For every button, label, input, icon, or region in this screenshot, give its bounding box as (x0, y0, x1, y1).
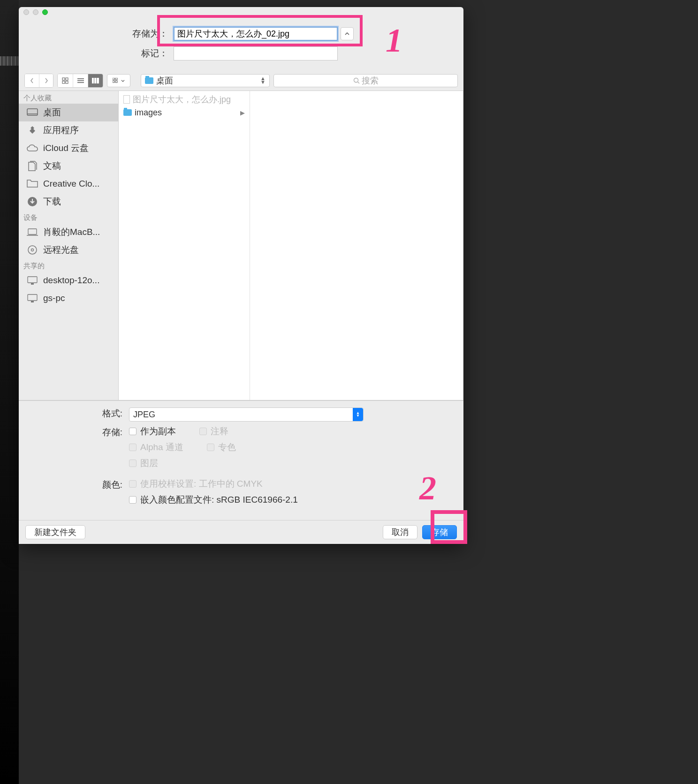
sidebar-item-applications[interactable]: 应用程序 (19, 121, 118, 139)
layers-checkbox-group: 图层 (129, 458, 454, 468)
embed-profile-checkbox-group[interactable]: 嵌入颜色配置文件: sRGB IEC61966-2.1 (129, 495, 454, 505)
applications-icon (26, 125, 38, 136)
format-select[interactable]: JPEG ▲▼ (129, 407, 364, 422)
view-mode-segment (57, 74, 103, 88)
folder-icon (26, 179, 38, 189)
save-button[interactable]: 存储 (422, 525, 457, 539)
sidebar-item-label: 下载 (43, 196, 61, 208)
checkbox (199, 428, 207, 435)
checkbox-label: Alpha 通道 (140, 441, 183, 453)
location-popup[interactable]: 桌面 ▲▼ (141, 74, 270, 87)
checkbox (129, 460, 137, 467)
grid-icon (62, 77, 68, 84)
tags-input[interactable] (174, 46, 338, 60)
save-options-row: 存储: 作为副本 注释 Alpha 通道 专色 图层 (28, 426, 454, 474)
svg-rect-3 (66, 81, 68, 83)
browser-column-1: 图片尺寸太大，怎么办.jpg images ▶ (119, 91, 250, 400)
ruler (0, 56, 19, 66)
top-form: 存储为： 标记： (19, 17, 463, 71)
folder-icon (123, 109, 132, 116)
sidebar-item-label: Creative Clo... (43, 179, 99, 189)
svg-rect-12 (113, 81, 114, 83)
dialog-footer: 新建文件夹 取消 存储 (19, 520, 463, 544)
chevron-down-icon (121, 80, 125, 82)
browser-toolbar: 桌面 ▲▼ 搜索 (19, 71, 463, 91)
back-button[interactable] (25, 74, 39, 87)
sidebar-item-label: 应用程序 (43, 124, 79, 136)
sidebar-item-label: 肖毅的MacB... (43, 226, 100, 238)
sidebar-item-downloads[interactable]: 下载 (19, 193, 118, 211)
sidebar-item-shared-pc2[interactable]: gs-pc (19, 289, 118, 307)
search-field[interactable]: 搜索 (273, 74, 458, 87)
file-item[interactable]: 图片尺寸太大，怎么办.jpg (119, 93, 250, 106)
group-by-button[interactable] (107, 74, 130, 87)
updown-arrow-icon: ▲▼ (260, 77, 266, 84)
spot-checkbox-group: 专色 (207, 442, 236, 452)
checkbox[interactable] (129, 496, 137, 504)
window-maximize-button[interactable] (42, 9, 48, 15)
format-row: 格式: JPEG ▲▼ (28, 407, 454, 422)
nav-buttons (24, 74, 53, 88)
checkbox-label: 嵌入颜色配置文件: sRGB IEC61966-2.1 (140, 494, 298, 506)
tags-label: 标记： (28, 47, 174, 60)
window-minimize-button[interactable] (33, 9, 38, 15)
color-row: 颜色: 使用校样设置: 工作中的 CMYK 嵌入颜色配置文件: sRGB IEC… (28, 479, 454, 511)
checkbox-label: 作为副本 (140, 425, 176, 437)
group-icon (113, 78, 120, 83)
sidebar-item-macbook[interactable]: 肖毅的MacB... (19, 223, 118, 241)
svg-rect-1 (66, 78, 68, 80)
disc-icon (26, 245, 38, 255)
titlebar (19, 7, 463, 17)
window-close-button[interactable] (23, 9, 29, 15)
folder-name: images (135, 108, 162, 118)
save-as-label: 存储为： (28, 28, 174, 40)
save-as-row: 存储为： (28, 27, 454, 41)
format-value: JPEG (133, 410, 155, 420)
sidebar: 个人收藏 桌面 应用程序 iCloud 云盘 文稿 Creative Clo..… (19, 91, 119, 400)
svg-rect-19 (28, 229, 37, 234)
svg-rect-8 (94, 78, 96, 83)
sidebar-item-creative-cloud[interactable]: Creative Clo... (19, 175, 118, 193)
sidebar-item-desktop[interactable]: 桌面 (19, 104, 118, 121)
file-browser: 个人收藏 桌面 应用程序 iCloud 云盘 文稿 Creative Clo..… (19, 91, 463, 400)
svg-rect-9 (97, 78, 99, 83)
laptop-icon (26, 227, 38, 237)
sidebar-item-documents[interactable]: 文稿 (19, 157, 118, 175)
chevron-right-icon: ▶ (240, 109, 245, 116)
save-dialog: 存储为： 标记： 桌面 ▲▼ (19, 7, 463, 544)
color-label: 颜色: (28, 479, 129, 491)
svg-rect-0 (62, 78, 65, 80)
sidebar-item-shared-pc1[interactable]: desktop-12o... (19, 271, 118, 289)
updown-arrow-icon: ▲▼ (353, 408, 363, 421)
sidebar-item-remote-disc[interactable]: 远程光盘 (19, 241, 118, 259)
list-view-button[interactable] (73, 74, 88, 87)
cloud-icon (26, 143, 38, 153)
svg-rect-11 (115, 78, 117, 80)
columns-icon (92, 78, 99, 83)
list-icon (77, 78, 84, 83)
column-view-button[interactable] (88, 74, 103, 87)
format-label: 格式: (28, 407, 129, 420)
forward-button[interactable] (39, 74, 53, 87)
folder-item[interactable]: images ▶ (119, 106, 250, 119)
sidebar-item-label: desktop-12o... (43, 275, 99, 286)
svg-rect-26 (31, 301, 34, 302)
expand-browser-button[interactable] (341, 27, 354, 40)
filename-input[interactable] (174, 27, 338, 41)
sidebar-devices-header: 设备 (19, 211, 118, 223)
svg-line-15 (357, 82, 359, 84)
svg-rect-7 (92, 78, 94, 83)
new-folder-button[interactable]: 新建文件夹 (25, 525, 85, 539)
checkbox[interactable] (129, 428, 137, 435)
alpha-checkbox-group: Alpha 通道 (129, 442, 183, 452)
copy-checkbox-group[interactable]: 作为副本 (129, 426, 176, 437)
icon-view-button[interactable] (58, 74, 73, 87)
search-placeholder: 搜索 (362, 75, 379, 86)
sidebar-item-icloud[interactable]: iCloud 云盘 (19, 139, 118, 157)
cancel-button[interactable]: 取消 (383, 525, 417, 539)
checkbox-label: 使用校样设置: 工作中的 CMYK (140, 478, 263, 490)
svg-rect-13 (115, 81, 117, 83)
downloads-icon (26, 196, 38, 207)
svg-rect-2 (62, 81, 65, 83)
checkbox-label: 图层 (140, 457, 158, 469)
